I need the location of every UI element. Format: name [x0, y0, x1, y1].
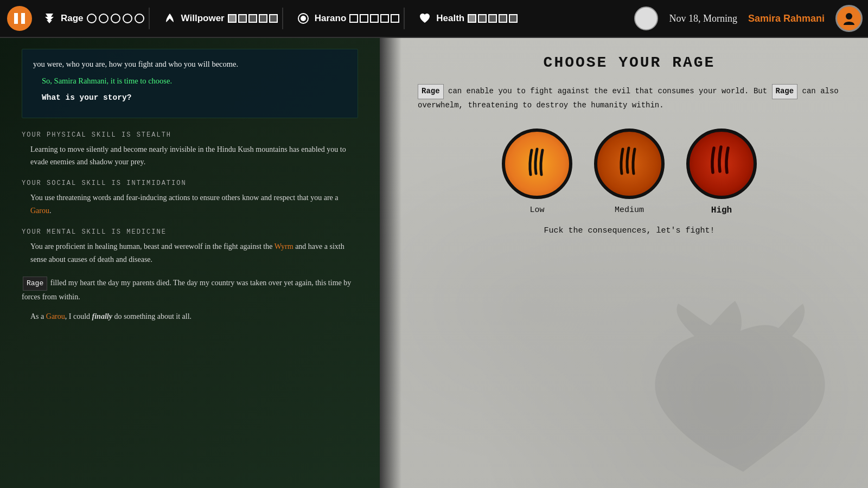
willpower-icon [164, 12, 176, 24]
narrative-mid: , I could [65, 312, 92, 320]
moon-phase-icon [634, 7, 658, 30]
rage-circle-3 [111, 14, 120, 23]
health-sq-2 [478, 14, 487, 23]
social-skill-body: You use threatening words and fear-induc… [22, 191, 358, 217]
rage-circles [87, 14, 144, 23]
wp-sq-5 [269, 14, 278, 23]
social-body-pre: You use threatening words and fear-induc… [30, 194, 338, 202]
narrative-p2: As a Garou, I could finally do something… [22, 310, 358, 323]
willpower-stat: Willpower [164, 12, 278, 24]
harano-label: Harano [315, 13, 347, 24]
mental-body-pre: You are proficient in healing human, bea… [30, 242, 275, 251]
dialogue-line2: So, Samira Rahmani, it is time to choose… [33, 75, 347, 87]
rage-circle-5 [135, 14, 144, 23]
wyrm-link: Wyrm [275, 242, 293, 251]
health-sq-1 [468, 14, 476, 23]
desc-rage-2: Rage [772, 84, 798, 99]
harano-sq-3 [370, 14, 379, 23]
social-skill-heading: YOUR SOCIAL SKILL IS INTIMIDATION [22, 179, 358, 187]
dialogue-box: you were, who you are, how you fight and… [22, 49, 358, 118]
wp-sq-4 [259, 14, 267, 23]
narrative-section: Rage filled my heart the day my parents … [22, 277, 358, 323]
health-stat: Health [419, 12, 518, 24]
narrative-as-a: As a [30, 312, 46, 320]
date-display: Nov 18, Morning [669, 13, 737, 24]
health-sq-4 [499, 14, 507, 23]
harano-icon [297, 12, 309, 24]
narrative-garou: Garou [46, 312, 65, 320]
wolf-silhouette [635, 298, 852, 488]
harano-stat: Harano [297, 12, 400, 24]
svg-point-3 [301, 16, 306, 21]
health-icon [419, 12, 431, 24]
rage-circle-4 [123, 14, 132, 23]
topbar: Rage Willpower [0, 0, 868, 38]
consequence-text: Fuck the consequences, let's fight! [418, 226, 841, 235]
claw-mark-low [521, 145, 553, 183]
harano-sq-4 [380, 14, 389, 23]
health-sq-5 [509, 14, 518, 23]
rage-circle-low[interactable] [502, 129, 572, 199]
harano-sq-2 [360, 14, 368, 23]
rage-circle-2 [99, 14, 108, 23]
rage-options: Low Medium [418, 129, 841, 215]
claw-mark-medium [613, 145, 646, 183]
player-avatar[interactable] [835, 5, 863, 32]
claw-mark-high [705, 145, 738, 183]
harano-sq-5 [391, 14, 399, 23]
left-panel: you were, who you are, how you fight and… [0, 38, 380, 488]
willpower-squares [228, 14, 278, 23]
rage-icon [43, 12, 55, 24]
rage-option-low[interactable]: Low [502, 129, 572, 215]
narrative-sentence1: filled my heart the day my parents died.… [22, 279, 351, 301]
garou-link: Garou [30, 207, 49, 215]
narrative-p1: Rage filled my heart the day my parents … [22, 277, 358, 304]
harano-sq-1 [349, 14, 358, 23]
health-label: Health [436, 13, 464, 24]
rage-description: Rage can enable you to fight against the… [418, 84, 841, 112]
health-squares [468, 14, 518, 23]
desc-rage-1: Rage [418, 84, 444, 99]
rage-circle-high[interactable] [686, 129, 757, 199]
dialogue-line1: you were, who you are, how you fight and… [33, 58, 347, 70]
svg-rect-0 [14, 13, 18, 24]
mental-skill-body: You are proficient in healing human, bea… [22, 240, 358, 266]
rage-circle-1 [87, 14, 97, 23]
right-panel: CHOOSE YOUR RAGE Rage can enable you to … [380, 38, 868, 488]
mental-skill-section: YOUR MENTAL SKILL IS MEDICINE You are pr… [22, 228, 358, 266]
right-panel-content: CHOOSE YOUR RAGE Rage can enable you to … [380, 38, 868, 246]
panel-title: CHOOSE YOUR RAGE [418, 54, 841, 71]
rage-low-label: Low [529, 206, 544, 215]
narrative-rage-word: Rage [23, 277, 47, 291]
svg-point-4 [846, 13, 852, 20]
mental-skill-heading: YOUR MENTAL SKILL IS MEDICINE [22, 228, 358, 236]
player-name: Samira Rahmani [748, 13, 825, 24]
physical-skill-section: YOUR PHYSICAL SKILL IS STEALTH Learning … [22, 131, 358, 169]
physical-skill-body: Learning to move silently and become nea… [22, 143, 358, 169]
wp-sq-3 [248, 14, 257, 23]
harano-squares [349, 14, 399, 23]
wp-sq-2 [238, 14, 247, 23]
rage-stat: Rage [43, 12, 144, 24]
social-skill-section: YOUR SOCIAL SKILL IS INTIMIDATION You us… [22, 179, 358, 217]
narrative-finally: finally [92, 312, 112, 320]
topbar-right: Nov 18, Morning Samira Rahmani [634, 5, 863, 32]
wp-sq-1 [228, 14, 237, 23]
rage-option-medium[interactable]: Medium [594, 129, 665, 215]
dialogue-question: What is your story? [33, 92, 347, 104]
physical-skill-heading: YOUR PHYSICAL SKILL IS STEALTH [22, 131, 358, 139]
main-content: you were, who you are, how you fight and… [0, 38, 868, 488]
health-sq-3 [488, 14, 497, 23]
rage-circle-medium[interactable] [594, 129, 665, 199]
play-pause-button[interactable] [5, 4, 34, 33]
rage-option-high[interactable]: High [686, 129, 757, 215]
rage-medium-label: Medium [615, 206, 644, 215]
rage-high-label: High [711, 206, 732, 215]
social-body-post: . [49, 207, 52, 215]
willpower-label: Willpower [181, 13, 225, 24]
rage-label: Rage [61, 13, 84, 24]
narrative-post: do something about it all. [112, 312, 192, 320]
svg-rect-1 [21, 13, 25, 24]
